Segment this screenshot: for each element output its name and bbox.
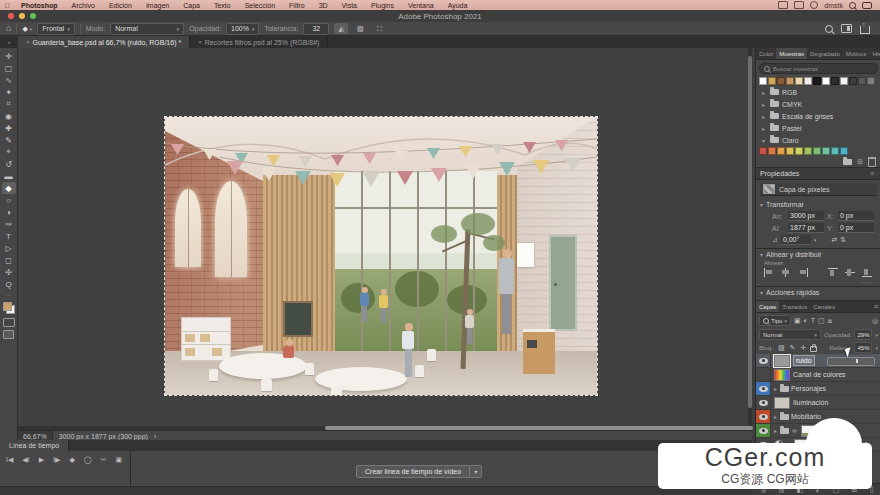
tab-trazados[interactable]: Trazados xyxy=(779,301,810,312)
history-brush-tool[interactable]: ↺ xyxy=(2,158,16,170)
lock-paint-icon[interactable]: ✎ xyxy=(788,344,796,352)
swatch-group-pastel[interactable]: ▸Pastel xyxy=(756,122,880,134)
document-tab-active[interactable]: × Guardería_base.psd al 66,7% (ruido, RG… xyxy=(18,36,190,48)
quick-mask-icon[interactable] xyxy=(3,318,15,327)
y-field[interactable]: 0 px xyxy=(838,223,874,233)
layer-row-ruido[interactable]: ruido xyxy=(756,354,880,368)
menu-item-archivo[interactable]: Archivo xyxy=(65,2,102,9)
align-bottom-icon[interactable] xyxy=(862,268,872,277)
swatch[interactable] xyxy=(777,77,785,85)
layer-visibility-toggle[interactable] xyxy=(756,424,771,437)
next-frame-icon[interactable]: I▶ xyxy=(53,456,60,464)
swatch-group-cmyk[interactable]: ▸CMYK xyxy=(756,98,880,110)
swatch[interactable] xyxy=(759,77,767,85)
layer-thumbnail[interactable] xyxy=(774,369,790,381)
menu-item-edición[interactable]: Edición xyxy=(102,2,139,9)
height-field[interactable]: 1877 px xyxy=(788,223,824,233)
menu-item-selección[interactable]: Selección xyxy=(238,2,282,9)
document-tab-inactive[interactable]: × Recortes filtros.psd al 25% (RGB/8#) xyxy=(190,36,328,48)
menu-item-vista[interactable]: Vista xyxy=(335,2,364,9)
angle-dropdown-icon[interactable]: ▾ xyxy=(814,237,817,243)
swatch[interactable] xyxy=(858,77,866,85)
transform-section-header[interactable]: ▾Transformar xyxy=(756,199,880,210)
new-group-icon[interactable] xyxy=(843,159,852,165)
tab-degradado[interactable]: Degradado xyxy=(807,48,843,59)
settings-icon[interactable]: ◯ xyxy=(84,456,92,464)
eyedropper-tool[interactable]: ◉ xyxy=(2,110,16,122)
expand-icon[interactable]: ▸ xyxy=(762,113,767,120)
expand-icon[interactable]: ▾ xyxy=(762,137,767,144)
swatch[interactable] xyxy=(804,147,812,155)
menu-item-ayuda[interactable]: Ayuda xyxy=(441,2,475,9)
canvas-area[interactable] xyxy=(18,48,752,426)
swatch[interactable] xyxy=(822,77,830,85)
filter-smart-object-icon[interactable]: ⧈ xyxy=(828,317,832,325)
document-artwork[interactable] xyxy=(165,117,597,395)
swatch[interactable] xyxy=(813,147,821,155)
edit-toolbar-icon[interactable]: ··· xyxy=(6,292,12,298)
pen-tool[interactable]: ✑ xyxy=(2,218,16,230)
value-scrubber-slider[interactable] xyxy=(827,357,875,366)
align-left-icon[interactable] xyxy=(764,268,774,277)
spotlight-search-icon[interactable] xyxy=(849,2,856,9)
swatch[interactable] xyxy=(813,77,821,85)
delete-icon[interactable] xyxy=(868,157,876,167)
toolbar-collapse-icon[interactable]: « xyxy=(0,36,18,48)
filter-shape-icon[interactable]: ▢ xyxy=(818,317,825,325)
panel-menu-icon[interactable]: ≡ xyxy=(874,301,880,312)
transition-icon[interactable]: ▣ xyxy=(115,456,122,464)
expand-icon[interactable]: ▸ xyxy=(762,101,767,108)
lasso-tool[interactable]: ∿ xyxy=(2,74,16,86)
swatch[interactable] xyxy=(768,147,776,155)
foreground-color-chip[interactable] xyxy=(3,302,12,311)
blend-mode-select[interactable]: Normal▾ xyxy=(110,23,184,35)
opacity-dropdown-icon[interactable]: ▾ xyxy=(875,332,878,338)
layer-opacity-field[interactable]: 29% xyxy=(854,329,872,340)
menu-item-photoshop[interactable]: Photoshop xyxy=(14,2,65,9)
status-chevron-icon[interactable]: › xyxy=(154,433,156,440)
swatch[interactable] xyxy=(804,77,812,85)
fill-source-select[interactable]: Frontal▾ xyxy=(37,23,74,35)
swatch[interactable] xyxy=(795,147,803,155)
tab-muestras[interactable]: Muestras xyxy=(776,48,807,59)
move-tool[interactable]: ✛ xyxy=(2,50,16,62)
color-chips[interactable] xyxy=(3,302,15,314)
menu-item-filtro[interactable]: Filtro xyxy=(282,2,312,9)
shape-tool[interactable]: ◻ xyxy=(2,254,16,266)
layer-row-iluminación[interactable]: Iluminación xyxy=(756,396,880,410)
layer-visibility-toggle[interactable] xyxy=(756,396,771,409)
swatch[interactable] xyxy=(786,77,794,85)
align-right-icon[interactable] xyxy=(798,268,808,277)
display-icon[interactable] xyxy=(794,1,804,9)
timeline-tab[interactable]: Línea de tiempo xyxy=(0,440,69,451)
swatch[interactable] xyxy=(840,147,848,155)
lock-transparency-icon[interactable]: ▨ xyxy=(777,344,785,352)
layer-row-personajes[interactable]: ▸Personajes xyxy=(756,382,880,396)
play-icon[interactable]: ▶ xyxy=(39,456,44,464)
marquee-tool[interactable]: ▢ xyxy=(2,62,16,74)
tab-historia[interactable]: Historia xyxy=(869,48,880,59)
home-icon[interactable]: ⌂ xyxy=(6,24,11,33)
expand-icon[interactable]: ▸ xyxy=(762,89,767,96)
anti-alias-toggle[interactable]: ◭ xyxy=(334,23,348,34)
align-center-h-icon[interactable] xyxy=(781,268,791,277)
path-selection-tool[interactable]: ▷ xyxy=(2,242,16,254)
flip-vertical-icon[interactable]: ⇅ xyxy=(840,236,846,244)
expand-icon[interactable]: ▸ xyxy=(774,427,777,434)
hand-tool[interactable]: ✣ xyxy=(2,266,16,278)
layer-row-canal-de-colores[interactable]: Canal de colores xyxy=(756,368,880,382)
flip-horizontal-icon[interactable]: ⇄ xyxy=(831,236,837,244)
tab-color[interactable]: Color xyxy=(756,48,776,59)
layer-filter-select[interactable]: Tipo ▾ xyxy=(759,315,791,326)
swatch-group-claro[interactable]: ▾Claro xyxy=(756,134,880,146)
layer-name-edit-field[interactable]: ruido xyxy=(793,355,815,366)
menu-item-imagen[interactable]: Imagen xyxy=(139,2,176,9)
swatch[interactable] xyxy=(849,77,857,85)
previous-frame-icon[interactable]: ◀I xyxy=(22,456,29,464)
close-tab-icon[interactable]: × xyxy=(198,39,202,45)
menu-item-3d[interactable]: 3D xyxy=(312,2,335,9)
clock-icon[interactable] xyxy=(810,1,818,9)
swatch-search-input[interactable]: Buscar muestras xyxy=(759,63,878,74)
swatch-group-rgb[interactable]: ▸RGB xyxy=(756,86,880,98)
blur-tool[interactable]: ○ xyxy=(2,194,16,206)
